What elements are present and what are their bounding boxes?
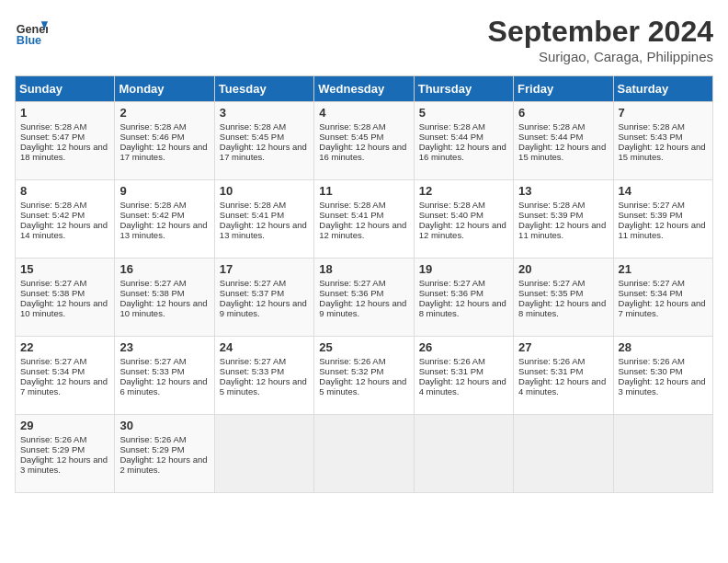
calendar-row: 22Sunrise: 5:27 AMSunset: 5:34 PMDayligh… bbox=[16, 337, 713, 415]
day-number: 11 bbox=[319, 184, 408, 198]
calendar-cell: 5Sunrise: 5:28 AMSunset: 5:44 PMDaylight… bbox=[414, 102, 513, 180]
calendar-row: 29Sunrise: 5:26 AMSunset: 5:29 PMDayligh… bbox=[16, 415, 713, 493]
day-number: 16 bbox=[119, 262, 209, 276]
day-number: 5 bbox=[419, 106, 508, 120]
day-number: 22 bbox=[20, 340, 109, 354]
header-row: Sunday Monday Tuesday Wednesday Thursday… bbox=[16, 76, 713, 102]
calendar-cell: 7Sunrise: 5:28 AMSunset: 5:43 PMDaylight… bbox=[613, 102, 712, 180]
day-number: 25 bbox=[319, 340, 408, 354]
month-title: September 2024 bbox=[488, 15, 713, 49]
calendar-cell: 11Sunrise: 5:28 AMSunset: 5:41 PMDayligh… bbox=[314, 180, 414, 259]
calendar-cell: 18Sunrise: 5:27 AMSunset: 5:36 PMDayligh… bbox=[314, 259, 414, 337]
day-number: 18 bbox=[319, 262, 408, 276]
calendar-cell: 16Sunrise: 5:27 AMSunset: 5:38 PMDayligh… bbox=[115, 259, 214, 337]
calendar-cell bbox=[414, 415, 513, 493]
calendar-row: 8Sunrise: 5:28 AMSunset: 5:42 PMDaylight… bbox=[16, 180, 713, 259]
calendar-cell: 27Sunrise: 5:26 AMSunset: 5:31 PMDayligh… bbox=[514, 337, 613, 415]
day-number: 27 bbox=[518, 340, 608, 354]
col-saturday: Saturday bbox=[613, 76, 712, 102]
calendar-cell: 15Sunrise: 5:27 AMSunset: 5:38 PMDayligh… bbox=[16, 259, 115, 337]
logo-icon: General Blue bbox=[15, 15, 48, 48]
day-number: 21 bbox=[619, 262, 708, 276]
day-number: 2 bbox=[119, 106, 209, 120]
col-sunday: Sunday bbox=[16, 76, 115, 102]
col-thursday: Thursday bbox=[414, 76, 513, 102]
calendar-cell: 21Sunrise: 5:27 AMSunset: 5:34 PMDayligh… bbox=[613, 259, 712, 337]
calendar-cell: 20Sunrise: 5:27 AMSunset: 5:35 PMDayligh… bbox=[514, 259, 613, 337]
day-number: 24 bbox=[220, 340, 309, 354]
calendar-cell: 30Sunrise: 5:26 AMSunset: 5:29 PMDayligh… bbox=[115, 415, 214, 493]
calendar-cell bbox=[613, 415, 712, 493]
title-area: September 2024 Surigao, Caraga, Philippi… bbox=[488, 15, 713, 64]
col-friday: Friday bbox=[514, 76, 613, 102]
calendar-cell: 23Sunrise: 5:27 AMSunset: 5:33 PMDayligh… bbox=[115, 337, 214, 415]
calendar-cell bbox=[514, 415, 613, 493]
day-number: 15 bbox=[20, 262, 109, 276]
col-wednesday: Wednesday bbox=[314, 76, 414, 102]
calendar-cell bbox=[214, 415, 313, 493]
svg-text:Blue: Blue bbox=[17, 34, 41, 47]
calendar-cell: 28Sunrise: 5:26 AMSunset: 5:30 PMDayligh… bbox=[613, 337, 712, 415]
logo: General Blue bbox=[15, 15, 48, 48]
calendar-cell: 19Sunrise: 5:27 AMSunset: 5:36 PMDayligh… bbox=[414, 259, 513, 337]
calendar-row: 15Sunrise: 5:27 AMSunset: 5:38 PMDayligh… bbox=[16, 259, 713, 337]
day-number: 26 bbox=[419, 340, 508, 354]
calendar-table: Sunday Monday Tuesday Wednesday Thursday… bbox=[15, 75, 713, 493]
calendar-cell: 10Sunrise: 5:28 AMSunset: 5:41 PMDayligh… bbox=[214, 180, 313, 259]
calendar-cell: 13Sunrise: 5:28 AMSunset: 5:39 PMDayligh… bbox=[514, 180, 613, 259]
day-number: 12 bbox=[419, 184, 508, 198]
calendar-cell: 8Sunrise: 5:28 AMSunset: 5:42 PMDaylight… bbox=[16, 180, 115, 259]
calendar-cell: 4Sunrise: 5:28 AMSunset: 5:45 PMDaylight… bbox=[314, 102, 414, 180]
location-subtitle: Surigao, Caraga, Philippines bbox=[488, 49, 713, 64]
day-number: 17 bbox=[220, 262, 309, 276]
calendar-cell: 9Sunrise: 5:28 AMSunset: 5:42 PMDaylight… bbox=[115, 180, 214, 259]
col-monday: Monday bbox=[115, 76, 214, 102]
day-number: 19 bbox=[419, 262, 508, 276]
col-tuesday: Tuesday bbox=[214, 76, 313, 102]
calendar-cell: 22Sunrise: 5:27 AMSunset: 5:34 PMDayligh… bbox=[16, 337, 115, 415]
day-number: 28 bbox=[619, 340, 708, 354]
day-number: 13 bbox=[518, 184, 608, 198]
calendar-cell: 29Sunrise: 5:26 AMSunset: 5:29 PMDayligh… bbox=[16, 415, 115, 493]
calendar-cell: 17Sunrise: 5:27 AMSunset: 5:37 PMDayligh… bbox=[214, 259, 313, 337]
calendar-cell bbox=[314, 415, 414, 493]
calendar-cell: 24Sunrise: 5:27 AMSunset: 5:33 PMDayligh… bbox=[214, 337, 313, 415]
day-number: 30 bbox=[119, 419, 209, 432]
day-number: 1 bbox=[20, 106, 109, 120]
page-header: General Blue September 2024 Surigao, Car… bbox=[15, 15, 713, 64]
calendar-cell: 2Sunrise: 5:28 AMSunset: 5:46 PMDaylight… bbox=[115, 102, 214, 180]
day-number: 9 bbox=[119, 184, 209, 198]
day-number: 6 bbox=[518, 106, 608, 120]
calendar-cell: 6Sunrise: 5:28 AMSunset: 5:44 PMDaylight… bbox=[514, 102, 613, 180]
day-number: 3 bbox=[220, 106, 309, 120]
calendar-cell: 26Sunrise: 5:26 AMSunset: 5:31 PMDayligh… bbox=[414, 337, 513, 415]
day-number: 8 bbox=[20, 184, 109, 198]
day-number: 23 bbox=[119, 340, 209, 354]
day-number: 7 bbox=[619, 106, 708, 120]
calendar-cell: 14Sunrise: 5:27 AMSunset: 5:39 PMDayligh… bbox=[613, 180, 712, 259]
day-number: 4 bbox=[319, 106, 408, 120]
day-number: 10 bbox=[220, 184, 309, 198]
calendar-cell: 1Sunrise: 5:28 AMSunset: 5:47 PMDaylight… bbox=[16, 102, 115, 180]
calendar-cell: 12Sunrise: 5:28 AMSunset: 5:40 PMDayligh… bbox=[414, 180, 513, 259]
day-number: 14 bbox=[619, 184, 708, 198]
day-number: 20 bbox=[518, 262, 608, 276]
calendar-cell: 25Sunrise: 5:26 AMSunset: 5:32 PMDayligh… bbox=[314, 337, 414, 415]
calendar-row: 1Sunrise: 5:28 AMSunset: 5:47 PMDaylight… bbox=[16, 102, 713, 180]
day-number: 29 bbox=[20, 419, 109, 432]
calendar-cell: 3Sunrise: 5:28 AMSunset: 5:45 PMDaylight… bbox=[214, 102, 313, 180]
